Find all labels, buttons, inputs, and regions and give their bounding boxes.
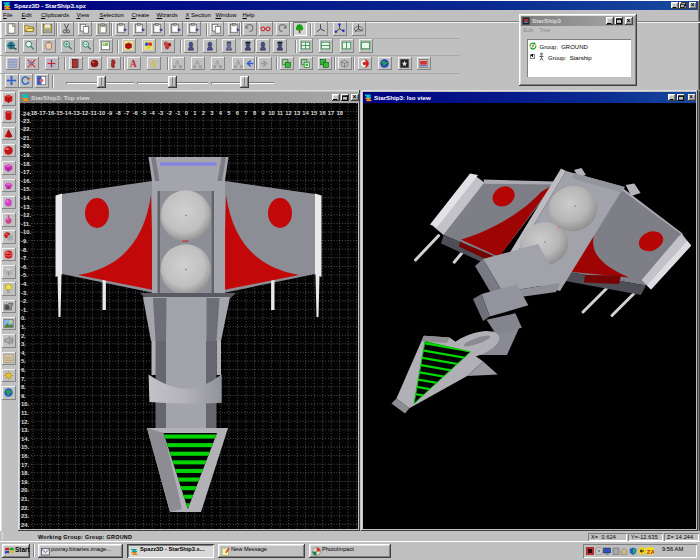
svg-text:-7: -7 <box>124 110 129 116</box>
svg-text:9.: 9. <box>21 393 26 399</box>
svg-text:24.: 24. <box>21 522 29 528</box>
svg-text:-1.: -1. <box>21 307 28 313</box>
svg-text:-3.: -3. <box>21 290 28 296</box>
svg-text:-20.: -20. <box>21 143 31 149</box>
svg-text:21.: 21. <box>21 496 29 502</box>
svg-text:-21.: -21. <box>21 135 31 141</box>
svg-text:-4: -4 <box>150 110 156 116</box>
svg-text:-1: -1 <box>175 110 181 116</box>
svg-text:-8.: -8. <box>21 247 28 253</box>
svg-text:-4.: -4. <box>21 281 28 287</box>
svg-text:5.: 5. <box>21 358 26 364</box>
svg-text:16: 16 <box>319 110 326 116</box>
svg-text:8.: 8. <box>21 384 26 390</box>
svg-text:7: 7 <box>244 110 247 116</box>
svg-text:6.: 6. <box>21 367 26 373</box>
svg-text:-12.: -12. <box>21 212 31 218</box>
svg-text:15: 15 <box>311 110 318 116</box>
svg-text:1.: 1. <box>21 324 26 330</box>
svg-text:-10: -10 <box>97 110 105 116</box>
svg-text:-12: -12 <box>80 110 88 116</box>
svg-text:16.: 16. <box>21 453 29 459</box>
svg-text:-17.: -17. <box>21 169 31 175</box>
svg-text:-14.: -14. <box>21 195 31 201</box>
svg-text:2: 2 <box>202 110 205 116</box>
svg-text:-13.: -13. <box>21 204 31 210</box>
svg-text:23.: 23. <box>21 513 29 519</box>
svg-text:12.: 12. <box>21 419 29 425</box>
svg-text:14.: 14. <box>21 436 29 442</box>
svg-text:9: 9 <box>261 110 265 116</box>
svg-text:12: 12 <box>285 110 291 116</box>
svg-text:-6.: -6. <box>21 264 28 270</box>
svg-text:11: 11 <box>277 110 284 116</box>
svg-text:-23.: -23. <box>21 118 31 124</box>
svg-text:5: 5 <box>227 110 231 116</box>
svg-text:17: 17 <box>328 110 334 116</box>
svg-text:18: 18 <box>336 110 343 116</box>
svg-text:-22.: -22. <box>21 126 31 132</box>
svg-text:13: 13 <box>294 110 301 116</box>
svg-text:14: 14 <box>302 110 309 116</box>
svg-text:3: 3 <box>210 110 214 116</box>
svg-text:A: A <box>150 59 157 69</box>
svg-text:3.: 3. <box>21 341 26 347</box>
svg-text:-9: -9 <box>107 110 113 116</box>
svg-text:0: 0 <box>185 110 188 116</box>
svg-text:A: A <box>130 59 137 69</box>
svg-text:4.: 4. <box>21 350 26 356</box>
svg-text:2.: 2. <box>21 333 26 339</box>
svg-text:-18.: -18. <box>21 161 31 167</box>
svg-text:8: 8 <box>253 110 257 116</box>
svg-text:-16.: -16. <box>21 178 31 184</box>
svg-text:22.: 22. <box>21 505 29 511</box>
svg-text:17.: 17. <box>21 462 29 468</box>
svg-text:-24.: -24. <box>21 111 31 117</box>
svg-text:11.: 11. <box>21 410 29 416</box>
svg-text:-5.: -5. <box>21 272 28 278</box>
svg-text:6: 6 <box>236 110 240 116</box>
svg-text:-17: -17 <box>37 110 45 116</box>
svg-text:-5: -5 <box>141 110 147 116</box>
svg-text:20.: 20. <box>21 487 29 493</box>
svg-text:-3: -3 <box>158 110 164 116</box>
svg-text:18.: 18. <box>21 470 29 476</box>
svg-text:-19.: -19. <box>21 152 31 158</box>
svg-text:ZA: ZA <box>647 548 654 554</box>
svg-text:13.: 13. <box>21 427 29 433</box>
svg-text:-7.: -7. <box>21 255 28 261</box>
svg-text:-15.: -15. <box>21 186 31 192</box>
svg-text:-11.: -11. <box>21 221 31 227</box>
svg-text:1: 1 <box>193 110 197 116</box>
svg-text:10.: 10. <box>21 401 29 407</box>
svg-text:15.: 15. <box>21 444 29 450</box>
svg-text:-2.: -2. <box>21 298 28 304</box>
svg-text:19.: 19. <box>21 479 29 485</box>
svg-text:-6: -6 <box>133 110 139 116</box>
svg-text:-10.: -10. <box>21 229 31 235</box>
svg-text:10: 10 <box>268 110 274 116</box>
svg-text:-2: -2 <box>167 110 172 116</box>
svg-text:-9.: -9. <box>21 238 28 244</box>
svg-text:0.: 0. <box>21 315 26 321</box>
svg-text:4: 4 <box>219 110 223 116</box>
svg-text:7.: 7. <box>21 376 26 382</box>
svg-text:-8: -8 <box>116 110 122 116</box>
